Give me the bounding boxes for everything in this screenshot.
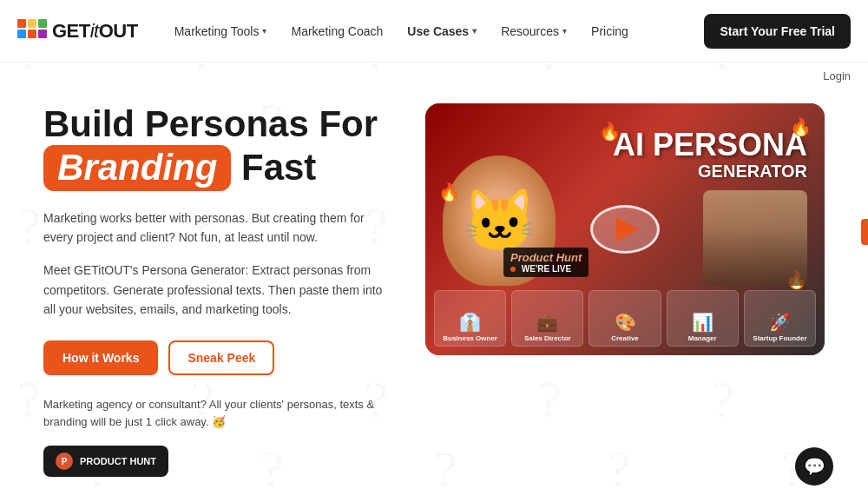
svg-rect-5 [38,30,47,38]
video-title-text: AI PERSONA GENERATOR [613,129,807,182]
login-link[interactable]: Login [823,69,851,83]
ph-live-badge: Product Hunt WE'RE LIVE [503,248,589,277]
producthunt-label: PRODUCT HUNT [80,456,156,466]
logo-wordmark: GETitOUT [52,20,138,43]
hero-title-part2: Fast [241,147,316,188]
hero-title-part1: Build Personas For [43,103,378,144]
hero-title-highlight: Branding [43,145,231,190]
flame-icon-1: 🔥 [599,121,621,142]
video-generator-label: GENERATOR [613,161,807,182]
thumb-manager: 📊 Manager [667,290,739,347]
chevron-down-icon-use-cases: ▾ [472,26,477,36]
sneak-peek-button[interactable]: Sneak Peek [168,340,274,375]
login-row: Login [0,63,868,86]
chevron-down-icon: ▾ [262,26,266,36]
producthunt-icon: P [56,453,73,470]
nav-right: Start Your Free Trial [704,14,851,49]
nav-resources[interactable]: Resources ▾ [490,17,577,45]
thumb-sales-director: 💼 Sales Director [511,290,583,347]
chevron-down-icon-resources: ▾ [562,26,567,36]
how-it-works-button[interactable]: How it Works [43,340,158,375]
nav-use-cases[interactable]: Use Cases ▾ [397,17,487,45]
svg-rect-4 [28,30,36,38]
hero-agency-text: Marketing agency or consultant? All your… [43,396,391,433]
nav-marketing-tools[interactable]: Marketing Tools ▾ [164,17,278,45]
svg-rect-2 [38,19,47,28]
nav-pricing[interactable]: Pricing [581,17,639,45]
hero-description-2: Meet GETitOUT's Persona Generator: Extra… [43,261,391,319]
video-thumbnails: 👔 Business Owner 💼 Sales Director 🎨 Crea… [434,290,816,347]
nav-links: Marketing Tools ▾ Marketing Coach Use Ca… [164,17,705,45]
hero-buttons: How it Works Sneak Peek [43,340,391,375]
logo[interactable]: GETitOUT [17,19,138,43]
nav-marketing-coach[interactable]: Marketing Coach [280,17,393,45]
hero-title: Build Personas For Branding Fast [43,103,391,191]
flame-icon-2: 🔥 [790,116,812,137]
hero-section: Build Personas For Branding Fast Marketi… [0,86,868,489]
producthunt-badge[interactable]: P PRODUCT HUNT [43,446,168,477]
live-label: WE'RE LIVE [522,264,571,274]
live-indicator-dot [510,267,516,272]
flame-icon-3: 🔥 [438,182,460,202]
hero-left: Build Personas For Branding Fast Marketi… [43,103,391,477]
svg-rect-0 [17,19,26,28]
video-container[interactable]: 🐱 AI PERSONA GENERATOR Product Hunt WE'R… [425,103,825,355]
thumb-creative: 🎨 Creative [589,290,661,347]
svg-rect-1 [28,19,36,28]
woman-image [703,190,807,286]
thumb-startup-founder: 🚀 Startup Founder [744,290,816,347]
hero-right: 🐱 AI PERSONA GENERATOR Product Hunt WE'R… [425,103,825,477]
svg-rect-3 [17,30,26,38]
chat-bubble-button[interactable]: 💬 [795,447,833,486]
hero-description-1: Marketing works better with personas. Bu… [43,208,391,248]
cat-emoji: 🐱 [462,185,537,256]
chat-icon: 💬 [804,456,825,477]
video-ai-label: AI PERSONA [613,129,807,161]
play-button[interactable] [590,205,660,254]
play-icon [616,217,639,241]
trial-button[interactable]: Start Your Free Trial [704,14,851,49]
thumb-business-owner: 👔 Business Owner [434,290,506,347]
navbar: GETitOUT Marketing Tools ▾ Marketing Coa… [0,0,868,63]
